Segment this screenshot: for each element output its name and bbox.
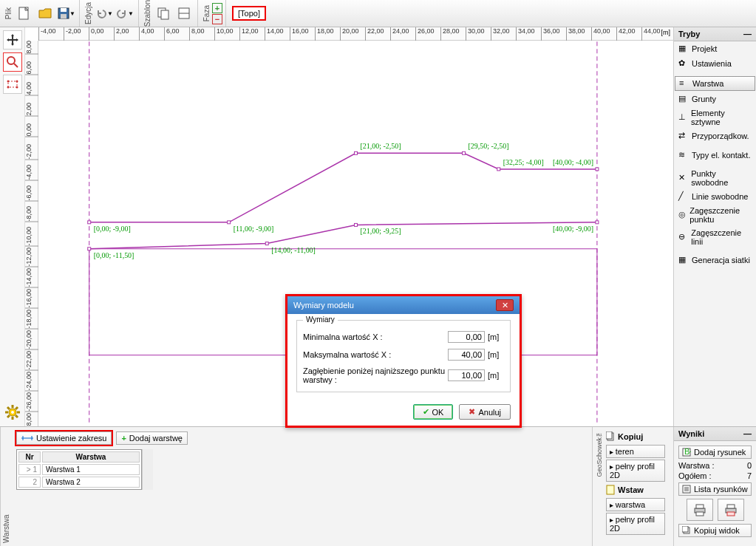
pan-tool[interactable] bbox=[3, 30, 22, 50]
cancel-button[interactable]: ✖Anuluj bbox=[459, 404, 511, 420]
svg-rect-3 bbox=[61, 14, 67, 18]
svg-point-11 bbox=[7, 81, 9, 83]
svg-rect-42 bbox=[265, 242, 268, 245]
minimize-icon[interactable]: — bbox=[743, 30, 752, 38]
svg-rect-10 bbox=[8, 81, 17, 87]
mode-item-5[interactable]: ⇄Przyporządkow. bbox=[674, 129, 756, 143]
svg-rect-34 bbox=[463, 151, 466, 154]
paste-icon bbox=[606, 485, 615, 495]
main-toolbar: Plik ▼ Edycja ▼ ▼ Szablon Faza + − [Topo… bbox=[0, 0, 756, 27]
add-layer-button[interactable]: +Dodaj warstwę bbox=[116, 431, 188, 445]
print-button[interactable] bbox=[687, 499, 713, 521]
svg-text:[32,25; -4,00]: [32,25; -4,00] bbox=[503, 158, 544, 166]
template-label: Szablon bbox=[142, 0, 153, 28]
mode-item-0[interactable]: ▦Projekt bbox=[674, 41, 756, 56]
undo-button[interactable]: ▼ bbox=[94, 3, 115, 24]
svg-line-23 bbox=[7, 415, 10, 417]
svg-text:[0,00; -11,50]: [0,00; -11,50] bbox=[94, 251, 134, 259]
print-color-button[interactable] bbox=[718, 499, 744, 521]
svg-text:[14,00; -11,00]: [14,00; -11,00] bbox=[271, 246, 316, 254]
svg-rect-61 bbox=[696, 505, 704, 508]
layers-panel-label: Warstwa bbox=[0, 427, 12, 546]
modes-panel: Tryby— ▦Projekt✿Ustawienia≡Warstwa▤Grunt… bbox=[673, 27, 756, 426]
svg-rect-53 bbox=[607, 485, 614, 494]
mode-item-10[interactable]: ⊖Zagęszczenie linii bbox=[674, 226, 756, 248]
file-label: Plik bbox=[3, 6, 14, 21]
svg-text:[29,50; -2,50]: [29,50; -2,50] bbox=[469, 142, 509, 150]
svg-point-16 bbox=[11, 411, 14, 414]
template-button-1[interactable] bbox=[153, 3, 174, 24]
mode-item-3[interactable]: ▤Grunty bbox=[674, 92, 756, 106]
svg-rect-40 bbox=[88, 248, 91, 250]
svg-text:B+: B+ bbox=[684, 448, 691, 456]
ok-button[interactable]: ✔OK bbox=[413, 404, 454, 420]
copy-profile-button[interactable]: ▸ pełny profil 2D bbox=[606, 460, 665, 482]
mode-item-9[interactable]: ◎Zagęszczenie punktu bbox=[674, 204, 756, 226]
mode-item-1[interactable]: ✿Ustawienia bbox=[674, 56, 756, 71]
svg-rect-65 bbox=[727, 512, 735, 516]
mode-item-4[interactable]: ⊥Elementy sztywne bbox=[674, 106, 756, 129]
copy-terrain-button[interactable]: ▸ teren bbox=[606, 445, 665, 458]
phase-remove-icon[interactable]: − bbox=[212, 14, 222, 24]
min-x-input[interactable] bbox=[448, 331, 485, 343]
layers-table[interactable]: NrWarstwa > 1Warstwa 12Warstwa 2 bbox=[16, 449, 142, 490]
clipboard-panel: GeoSchowek™ Kopiuj ▸ teren ▸ pełny profi… bbox=[592, 427, 673, 546]
dialog-close-button[interactable]: ✕ bbox=[496, 299, 514, 311]
svg-rect-38 bbox=[596, 168, 599, 171]
depth-input[interactable] bbox=[448, 369, 485, 381]
max-x-input[interactable] bbox=[448, 349, 485, 361]
svg-line-21 bbox=[7, 407, 10, 409]
model-dimensions-dialog: Wymiary modelu ✕ Wymiary Minimalna warto… bbox=[285, 294, 522, 428]
table-row[interactable]: 2Warstwa 2 bbox=[18, 477, 140, 488]
svg-text:[21,00; -9,25]: [21,00; -9,25] bbox=[360, 227, 401, 235]
minimize-icon[interactable]: — bbox=[743, 429, 752, 438]
add-drawing-button[interactable]: B+Dodaj rysunek bbox=[678, 446, 752, 459]
paste-layer-button[interactable]: ▸ warstwa bbox=[606, 498, 665, 511]
svg-rect-62 bbox=[696, 512, 704, 516]
svg-rect-5 bbox=[161, 10, 168, 19]
extent-tool[interactable] bbox=[3, 75, 22, 94]
svg-point-12 bbox=[16, 81, 18, 83]
svg-rect-46 bbox=[596, 221, 599, 224]
new-file-button[interactable] bbox=[14, 3, 35, 24]
paste-profile-button[interactable]: ▸ pełny profil 2D bbox=[606, 513, 665, 535]
dialog-title: Wymiary modelu bbox=[293, 301, 354, 310]
left-toolbar bbox=[0, 27, 25, 426]
zoom-tool[interactable] bbox=[3, 52, 22, 72]
drawing-list-button[interactable]: Lista rysunków bbox=[678, 482, 752, 496]
svg-text:[11,00; -9,00]: [11,00; -9,00] bbox=[234, 225, 274, 233]
svg-point-8 bbox=[7, 57, 15, 64]
svg-rect-36 bbox=[497, 168, 500, 171]
svg-rect-30 bbox=[228, 221, 231, 224]
svg-text:[40,00; -4,00]: [40,00; -4,00] bbox=[553, 158, 593, 166]
modes-title: Tryby bbox=[678, 30, 700, 38]
svg-line-22 bbox=[16, 415, 18, 417]
svg-text:[40,00; -9,00]: [40,00; -9,00] bbox=[553, 225, 593, 233]
edit-label: Edycja bbox=[83, 1, 94, 26]
svg-point-14 bbox=[16, 86, 18, 89]
table-scrollbar[interactable] bbox=[142, 449, 153, 490]
set-range-button[interactable]: Ustawienie zakresu bbox=[16, 431, 112, 445]
open-file-button[interactable] bbox=[35, 3, 55, 24]
copy-view-button[interactable]: Kopiuj widok bbox=[678, 524, 752, 537]
redo-button[interactable]: ▼ bbox=[115, 3, 135, 24]
mode-item-6[interactable]: ≋Typy el. kontakt. bbox=[674, 148, 756, 163]
mode-item-11[interactable]: ▦Generacja siatki bbox=[674, 253, 756, 267]
mode-item-2[interactable]: ≡Warstwa bbox=[675, 76, 755, 91]
template-button-2[interactable] bbox=[174, 3, 194, 24]
phase-add-icon[interactable]: + bbox=[212, 3, 222, 13]
svg-rect-32 bbox=[355, 151, 358, 154]
settings-gear-icon[interactable] bbox=[3, 403, 22, 422]
mode-item-7[interactable]: ✕Punkty swobodne bbox=[674, 167, 756, 189]
svg-point-13 bbox=[7, 86, 9, 89]
svg-text:[21,00; -2,50]: [21,00; -2,50] bbox=[360, 142, 401, 150]
topo-tab[interactable]: [Topo] bbox=[232, 6, 266, 21]
horizontal-ruler: [m]-4,00-2,000,002,004,006,008,0010,0012… bbox=[38, 27, 673, 41]
mode-item-8[interactable]: ╱Linie swobodne bbox=[674, 189, 756, 204]
table-row[interactable]: > 1Warstwa 1 bbox=[18, 464, 140, 475]
svg-rect-64 bbox=[727, 505, 735, 508]
save-file-button[interactable]: ▼ bbox=[55, 3, 76, 24]
svg-rect-67 bbox=[682, 526, 688, 532]
vertical-ruler: 8,006,004,002,000,00-2,00-4,00-6,00-8,00… bbox=[25, 41, 38, 426]
svg-rect-2 bbox=[61, 8, 67, 12]
